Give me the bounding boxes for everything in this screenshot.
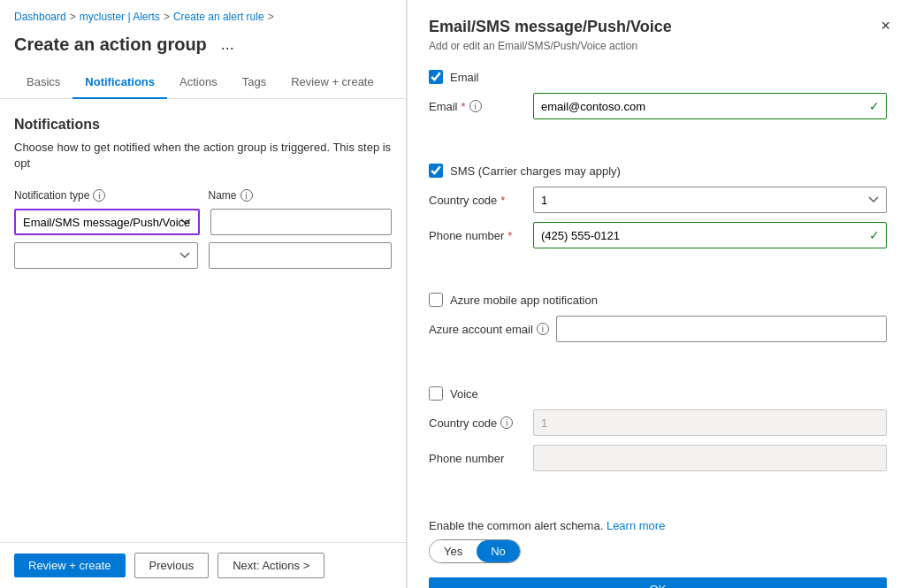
voice-checkbox[interactable] [429,386,443,401]
email-valid-icon: ✓ [869,99,880,113]
sms-checkbox[interactable] [429,164,443,178]
left-panel: Dashboard > mycluster | Alerts > Create … [0,0,407,588]
azure-app-checkbox[interactable] [429,293,443,307]
azure-app-checkbox-label[interactable]: Azure mobile app notification [450,294,598,307]
azure-app-section: Azure mobile app notification Azure acco… [429,293,887,351]
toggle-no[interactable]: No [477,540,520,562]
learn-more-link[interactable]: Learn more [607,519,665,532]
tab-actions[interactable]: Actions [167,66,230,99]
breadcrumb-sep-1: > [70,11,76,23]
section-title: Notifications [14,117,392,133]
email-checkbox-row: Email [429,70,887,84]
col-type-info-icon[interactable]: i [93,189,105,202]
email-label: Email * i [429,100,526,113]
sms-section: SMS (Carrier charges may apply) Country … [429,164,887,257]
notification-type-select-2[interactable] [14,242,198,269]
page-title-area: Create an action group ... [0,30,406,66]
flyout-subtitle: Add or edit an Email/SMS/Push/Voice acti… [429,40,887,52]
section-desc: Choose how to get notified when the acti… [14,140,392,172]
voice-phone-input[interactable] [533,445,887,471]
tabs-container: Basics Notifications Actions Tags Review… [0,66,406,99]
voice-checkbox-row: Voice [429,386,887,401]
phone-label: Phone number * [429,229,526,242]
previous-button[interactable]: Previous [134,553,210,578]
voice-country-code-info-icon[interactable]: i [500,416,513,429]
country-code-select[interactable]: 1 [533,187,887,213]
phone-required-star: * [507,229,512,242]
country-code-required-star: * [500,194,505,207]
notification-name-input-1[interactable] [210,209,392,235]
review-create-button[interactable]: Review + create [14,554,126,577]
azure-email-info-icon[interactable]: i [537,323,549,335]
phone-valid-icon: ✓ [869,228,880,242]
page-title: Create an action group [14,34,207,55]
sms-checkbox-label[interactable]: SMS (Carrier charges may apply) [450,164,621,178]
tab-notifications[interactable]: Notifications [72,66,167,99]
next-button[interactable]: Next: Actions > [217,553,324,578]
voice-country-code-label: Country code i [429,416,526,430]
email-checkbox-label[interactable]: Email [450,71,479,84]
notification-name-input-2[interactable] [209,242,393,269]
breadcrumb-dashboard[interactable]: Dashboard [14,11,66,23]
notification-type-select-1[interactable]: Email/SMS message/Push/Voice [14,209,200,235]
voice-checkbox-label[interactable]: Voice [450,387,478,401]
flyout-title: Email/SMS message/Push/Voice [429,18,887,36]
toggle-group: Yes No [429,539,521,563]
ellipsis-button[interactable]: ... [216,34,240,56]
email-info-icon[interactable]: i [469,100,482,112]
table-row [14,242,392,269]
email-input-wrapper: ✓ [533,93,887,119]
breadcrumb-sep-2: > [164,11,170,23]
col-header-name: Name i [209,189,393,202]
schema-label: Enable the common alert schema. Learn mo… [429,519,887,532]
voice-section: Voice Country code i Phone number [429,386,887,480]
voice-phone-label: Phone number [429,452,526,465]
phone-input[interactable] [533,222,887,248]
tab-tags[interactable]: Tags [230,66,279,99]
col-header-type: Notification type i [14,189,198,202]
phone-input-wrapper: ✓ [533,222,887,248]
table-row: Email/SMS message/Push/Voice [14,209,392,235]
notifications-table: Notification type i Name i Email/SMS mes… [14,189,392,269]
voice-country-code-input[interactable] [533,409,887,436]
phone-field-row: Phone number * ✓ [429,222,887,248]
azure-app-checkbox-row: Azure mobile app notification [429,293,887,307]
voice-phone-row: Phone number [429,445,887,471]
tab-review-create[interactable]: Review + create [279,66,386,99]
azure-email-label: Azure account email i [429,323,549,336]
email-required-star: * [462,100,466,113]
breadcrumb-mycluster[interactable]: mycluster | Alerts [80,11,160,23]
email-input[interactable] [533,93,887,119]
email-section: Email Email * i ✓ [429,70,887,128]
breadcrumb-sep-3: > [268,11,274,23]
email-field-row: Email * i ✓ [429,93,887,119]
voice-country-code-row: Country code i [429,409,887,436]
bottom-bar: Review + create Previous Next: Actions > [0,542,406,588]
breadcrumb-create-alert[interactable]: Create an alert rule [173,11,264,23]
left-content: Notifications Choose how to get notified… [0,99,406,542]
country-code-field-row: Country code * 1 [429,187,887,213]
col-name-info-icon[interactable]: i [240,189,253,202]
tab-basics[interactable]: Basics [14,66,72,99]
close-button[interactable]: × [877,14,894,37]
breadcrumb: Dashboard > mycluster | Alerts > Create … [0,0,406,30]
azure-email-field-row: Azure account email i [429,316,887,342]
toggle-yes[interactable]: Yes [430,540,477,562]
sms-checkbox-row: SMS (Carrier charges may apply) [429,164,887,178]
ok-button[interactable]: OK [429,577,887,588]
email-checkbox[interactable] [429,70,443,84]
country-code-label: Country code * [429,194,526,207]
flyout-panel: Email/SMS message/Push/Voice Add or edit… [407,0,908,588]
azure-email-input[interactable] [556,316,887,342]
schema-section: Enable the common alert schema. Learn mo… [429,519,887,563]
table-header: Notification type i Name i [14,189,392,202]
